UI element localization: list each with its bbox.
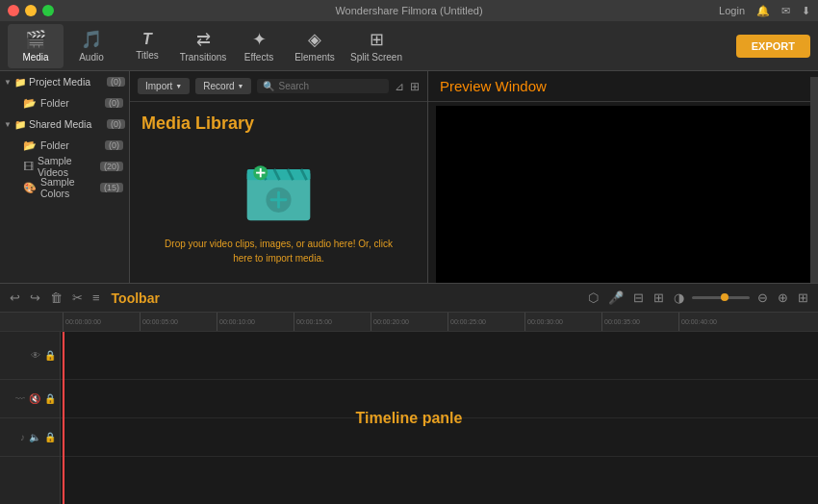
video-track-row xyxy=(61,332,818,380)
shared-folder-icon: 📂 xyxy=(23,139,37,152)
drop-text-line2[interactable]: here to import media. xyxy=(233,253,324,264)
project-folder-badge: (0) xyxy=(105,98,123,108)
track-header-audio2: ♪ 🔈 🔒 xyxy=(0,418,60,457)
filter-icon[interactable]: ⊿ xyxy=(395,80,404,93)
nav-label-split-screen: Split Screen xyxy=(350,52,402,63)
titlebar-mail-icon: ✉ xyxy=(781,5,790,17)
audio-track-row-2 xyxy=(61,418,818,457)
nav-item-elements[interactable]: ◈ Elements xyxy=(287,24,343,68)
undo-button[interactable]: ↩ xyxy=(8,289,22,307)
sample-videos[interactable]: 🎞 Sample Videos (20) xyxy=(0,156,129,177)
zoom-in-button[interactable]: ⊕ xyxy=(776,289,790,307)
track-area xyxy=(61,332,818,504)
split-button[interactable]: ≡ xyxy=(90,289,102,307)
record-button[interactable]: Record ▼ xyxy=(195,78,251,94)
ruler-marks: 00:00:00:00 00:00:05:00 00:00:10:00 00:0… xyxy=(63,313,755,332)
import-arrow-icon: ▼ xyxy=(175,83,182,89)
shared-folder-label: Folder xyxy=(40,139,69,151)
playhead[interactable] xyxy=(63,332,64,504)
export-button[interactable]: EXPORT xyxy=(736,35,810,58)
lock-icon-audio[interactable]: 🔒 xyxy=(44,393,56,404)
shared-media-header[interactable]: ▼ 📁 Shared Media (0) xyxy=(0,113,129,135)
sample-videos-icon: 🎞 xyxy=(23,161,34,172)
nav-item-media[interactable]: 🎬 Media xyxy=(8,24,64,68)
ruler-mark-5: 00:00:25:00 xyxy=(447,313,524,332)
titlebar-download-icon: ⬇ xyxy=(802,5,810,17)
audio-wave-icon[interactable]: 〰 xyxy=(15,393,25,404)
project-media-label: Project Media xyxy=(29,76,90,88)
clapperboard-icon xyxy=(243,153,315,225)
titles-icon: T xyxy=(142,31,152,48)
mute-icon2[interactable]: 🔈 xyxy=(29,432,40,442)
delete-button[interactable]: 🗑 xyxy=(48,289,64,307)
ruler-mark-0: 00:00:00:00 xyxy=(63,313,140,332)
nav-label-titles: Titles xyxy=(136,50,159,61)
project-media-badge: (0) xyxy=(107,77,125,87)
ruler-mark-3: 00:00:15:00 xyxy=(294,313,371,332)
project-media-folder[interactable]: 📂 Folder (0) xyxy=(0,92,129,113)
mark-out-button[interactable]: ⊟ xyxy=(631,289,646,307)
import-label: Import xyxy=(145,81,172,91)
nav-label-audio: Audio xyxy=(79,52,104,63)
titlebar: Wondershare Filmora (Untitled) Login 🔔 ✉… xyxy=(0,0,818,21)
shared-media-label: Shared Media xyxy=(29,118,91,130)
zoom-slider[interactable] xyxy=(692,296,750,299)
nav-label-effects: Effects xyxy=(244,52,273,63)
zoom-out-button[interactable]: ⊖ xyxy=(755,289,770,307)
speed-button[interactable]: ◑ xyxy=(672,289,686,307)
sample-videos-label: Sample Videos xyxy=(38,155,100,178)
close-button[interactable] xyxy=(8,5,19,16)
sample-colors[interactable]: 🎨 Sample Colors (15) xyxy=(0,177,129,198)
ruler-mark-4: 00:00:20:00 xyxy=(371,313,447,332)
nav-label-elements: Elements xyxy=(294,52,335,63)
search-bar: 🔍 xyxy=(257,79,389,93)
maximize-button[interactable] xyxy=(42,5,54,16)
search-icon: 🔍 xyxy=(263,81,274,91)
audio-track-row-1 xyxy=(61,380,818,418)
clip-button[interactable]: ⊞ xyxy=(652,289,666,307)
nav-item-transitions[interactable]: ⇄ Transitions xyxy=(175,24,231,68)
mark-in-button[interactable]: ⬡ xyxy=(586,289,601,307)
file-icon: 📁 xyxy=(14,77,26,88)
minimize-button[interactable] xyxy=(25,5,37,16)
shared-folder[interactable]: 📂 Folder (0) xyxy=(0,135,129,156)
project-media-header[interactable]: ▼ 📁 Project Media (0) xyxy=(0,71,129,92)
folder-icon: 📂 xyxy=(23,97,37,110)
search-input[interactable] xyxy=(278,81,383,91)
timeline-area: ↩ ↪ 🗑 ✂ ≡ Toolbar ⬡ 🎤 ⊟ ⊞ ◑ ⊖ ⊕ ⊞ 00:00:… xyxy=(0,283,818,504)
sample-colors-badge: (15) xyxy=(100,183,123,192)
preview-title: Preview Window xyxy=(440,78,547,94)
sample-colors-label: Sample Colors xyxy=(40,176,100,199)
audio-icon: 🎵 xyxy=(81,29,102,50)
lock-icon-audio2[interactable]: 🔒 xyxy=(44,432,56,442)
grid-view-icon[interactable]: ⊞ xyxy=(410,80,420,93)
record-label: Record xyxy=(203,81,234,91)
add-marker-button[interactable]: 🎤 xyxy=(606,289,626,307)
nav-item-effects[interactable]: ✦ Effects xyxy=(231,24,287,68)
grid-toggle-button[interactable]: ⊞ xyxy=(796,289,810,307)
mute-icon[interactable]: 🔇 xyxy=(29,393,40,404)
shared-folder-badge: (0) xyxy=(105,140,123,150)
record-arrow-icon: ▼ xyxy=(238,83,244,89)
track-header-audio1: 〰 🔇 🔒 xyxy=(0,380,60,418)
ruler-mark-1: 00:00:05:00 xyxy=(140,313,217,332)
cut-button[interactable]: ✂ xyxy=(70,289,85,307)
titlebar-login[interactable]: Login xyxy=(719,5,745,16)
music-icon[interactable]: ♪ xyxy=(20,432,25,442)
timeline-toolbar: ↩ ↪ 🗑 ✂ ≡ Toolbar ⬡ 🎤 ⊟ ⊞ ◑ ⊖ ⊕ ⊞ xyxy=(0,284,818,313)
track-header-video: 👁 🔒 xyxy=(0,332,60,380)
eye-icon[interactable]: 👁 xyxy=(31,350,40,361)
lock-icon lock-video[interactable]: 🔒 xyxy=(44,350,56,361)
titlebar-bell-icon: 🔔 xyxy=(756,5,770,17)
sample-colors-icon: 🎨 xyxy=(23,182,37,194)
nav-item-audio[interactable]: 🎵 Audio xyxy=(64,24,119,68)
nav-toolbar: 🎬 Media 🎵 Audio T Titles ⇄ Transitions ✦… xyxy=(0,21,818,71)
ruler-mark-2: 00:00:10:00 xyxy=(217,313,294,332)
import-button[interactable]: Import ▼ xyxy=(138,78,190,94)
media-icon: 🎬 xyxy=(25,29,46,50)
split-screen-icon: ⊞ xyxy=(370,29,384,50)
nav-item-titles[interactable]: T Titles xyxy=(119,24,175,68)
redo-button[interactable]: ↪ xyxy=(28,289,42,307)
nav-item-split-screen[interactable]: ⊞ Split Screen xyxy=(343,24,410,68)
drop-zone[interactable]: Drop your video clips, images, or audio … xyxy=(165,153,393,265)
